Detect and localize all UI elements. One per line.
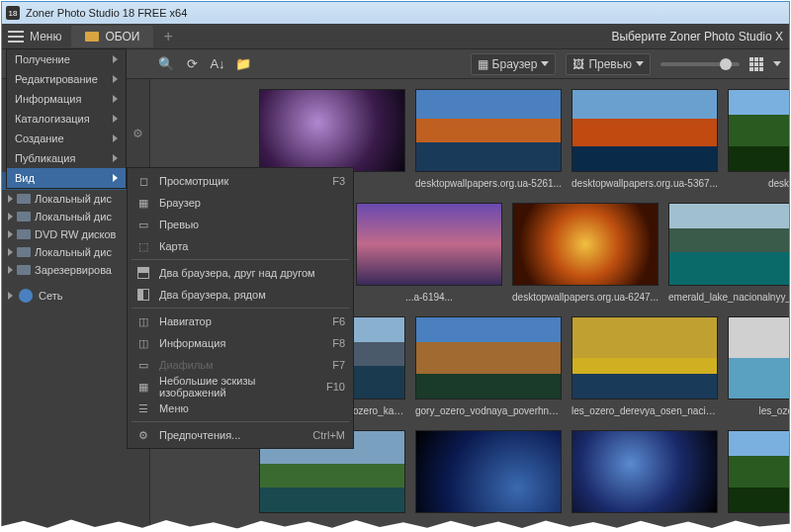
add-tab-button[interactable]: + [163, 28, 172, 45]
app-logo-icon: 18 [6, 6, 20, 20]
submenu-item[interactable]: ◫ИнформацияF8 [128, 332, 353, 354]
thumbnail[interactable] [356, 203, 502, 286]
disk-icon [17, 212, 31, 222]
menu-button[interactable]: Меню [30, 30, 61, 44]
preview-mode-label: Превью [588, 57, 632, 71]
film-icon: ▭ [135, 359, 151, 372]
split-h-icon [135, 267, 151, 279]
preview-icon: ▭ [135, 219, 151, 231]
thumbnail[interactable] [571, 316, 718, 399]
submenu-item[interactable]: ⚙Предпочтения...Ctrl+M [128, 424, 353, 446]
thumbnail-label: desktopwallp... [728, 178, 789, 189]
thumbnail[interactable] [415, 89, 562, 172]
map-icon: ⬚ [135, 240, 151, 253]
submenu-item[interactable]: Два браузера, рядом [128, 284, 353, 306]
submenu-item[interactable]: ⬚Карта [128, 235, 353, 257]
split-v-icon [135, 289, 151, 301]
thumbnail[interactable] [259, 89, 405, 172]
hamburger-icon[interactable] [8, 31, 24, 43]
search-icon[interactable]: 🔍 [158, 56, 174, 72]
menu-item-Получение[interactable]: Получение [7, 49, 126, 69]
grid-view-icon[interactable] [749, 57, 763, 71]
submenu-item[interactable]: ▭Превью [128, 214, 353, 235]
thumbnail-label: desktopwallpapers.org.ua-6247... [512, 292, 659, 303]
thumbnail[interactable] [728, 316, 789, 399]
menu-item-Создание[interactable]: Создание [7, 129, 126, 148]
disk-icon [17, 194, 31, 204]
thumbs-icon: ▦ [135, 381, 151, 394]
info-icon: ◫ [135, 337, 151, 350]
tab-wallpapers[interactable]: ОБОИ [71, 26, 153, 47]
chevron-down-icon[interactable] [773, 61, 781, 66]
grid-small-icon: ▦ [478, 57, 488, 71]
submenu-item[interactable]: ◻ПросмотрщикF3 [128, 170, 353, 192]
thumbnail[interactable] [415, 430, 562, 513]
view-submenu: ◻ПросмотрщикF3▦Браузер▭Превью⬚КартаДва б… [127, 167, 354, 449]
chevron-down-icon [636, 61, 644, 66]
sort-icon[interactable]: A↓ [210, 56, 225, 72]
folder-icon [85, 32, 99, 42]
thumbnail[interactable] [415, 316, 562, 399]
menu-item-Вид[interactable]: Вид [7, 168, 126, 188]
submenu-item: ▭ДиафильмF7 [128, 354, 353, 376]
submenu-item[interactable]: ◫НавигаторF6 [128, 310, 353, 332]
preview-mode-select[interactable]: 🖼 Превью [566, 53, 651, 75]
promo-link[interactable]: Выберите Zoner Photo Studio X [611, 30, 783, 44]
thumbnail-label: les_ozero_derevya_osen_nacion... [571, 405, 718, 416]
add-folder-icon[interactable]: 📁 [235, 56, 251, 72]
tab-label: ОБОИ [105, 30, 139, 44]
thumbnail-label: ...a-6194... [356, 292, 502, 303]
sidebar-network-label: Сеть [39, 290, 62, 302]
thumbnail-label: les_ozero_otrazh... [728, 405, 789, 416]
thumbnail-size-slider[interactable] [660, 62, 740, 66]
chevron-down-icon [541, 61, 549, 66]
window-title: Zoner Photo Studio 18 FREE x64 [26, 7, 187, 19]
menu-item-Каталогизация[interactable]: Каталогизация [7, 109, 126, 129]
menu-icon: ☰ [135, 402, 151, 415]
submenu-item[interactable]: ▦Небольшие эскизы изображенийF10 [128, 376, 353, 398]
thumbnail-label: emerald_lake_nacionalnyy_park... [668, 292, 789, 303]
thumbnail[interactable] [571, 89, 718, 172]
titlebar[interactable]: 18 Zoner Photo Studio 18 FREE x64 [2, 2, 789, 24]
thumbnail[interactable] [668, 203, 789, 286]
main-menu-dropdown: ПолучениеРедактированиеИнформацияКаталог… [6, 48, 127, 189]
browser-icon: ▦ [135, 197, 151, 210]
menu-item-Информация[interactable]: Информация [7, 89, 126, 109]
image-icon: 🖼 [572, 57, 584, 71]
globe-icon [19, 289, 33, 303]
thumbnail[interactable] [512, 203, 659, 286]
menu-item-Редактирование[interactable]: Редактирование [7, 69, 126, 89]
refresh-icon[interactable]: ⟳ [184, 56, 200, 72]
disk-icon [17, 265, 31, 275]
gear-icon[interactable]: ⚙ [132, 127, 143, 140]
nav-icon: ◫ [135, 315, 151, 328]
thumbnail-label: desktopwallpapers.org.ua-5367... [571, 178, 718, 189]
browser-mode-select[interactable]: ▦ Браузер [471, 53, 557, 75]
menu-item-Публикация[interactable]: Публикация [7, 148, 126, 168]
disk-icon [17, 229, 31, 239]
thumbnail[interactable] [728, 89, 789, 172]
viewer-icon: ◻ [135, 175, 151, 188]
menubar: Меню ОБОИ + Выберите Zoner Photo Studio … [2, 24, 789, 49]
submenu-item[interactable]: Два браузера, друг над другом [128, 262, 353, 284]
browser-mode-label: Браузер [492, 57, 538, 71]
disk-icon [17, 247, 31, 257]
thumbnail[interactable] [571, 430, 718, 513]
submenu-item[interactable]: ☰Меню [128, 398, 353, 419]
submenu-item[interactable]: ▦Браузер [128, 192, 353, 214]
thumbnail[interactable] [728, 430, 789, 513]
thumbnail-label: gory_ozero_vodnaya_poverhnos... [415, 405, 562, 416]
thumbnail-label: desktopwallpapers.org.ua-5261... [415, 178, 562, 189]
prefs-icon: ⚙ [135, 429, 151, 442]
